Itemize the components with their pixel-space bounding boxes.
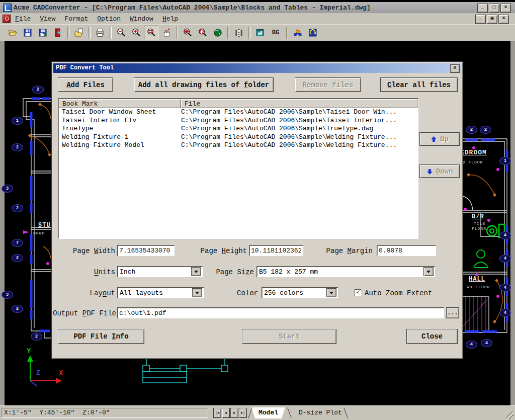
bookmark-cell: TrueType (59, 125, 181, 133)
maximize-button[interactable]: □ (489, 4, 499, 13)
tab-prev-icon[interactable]: ◄ (222, 408, 230, 418)
window-title: Acme CADConverter - [C:\Program Files\Au… (14, 4, 371, 12)
zoom-scale-icon[interactable] (195, 26, 210, 40)
tab-last-icon[interactable]: ►| (239, 408, 247, 418)
menu-item-help[interactable]: H̲elp (158, 14, 183, 24)
left-edge-strip (0, 41, 5, 405)
window-icon[interactable] (305, 26, 320, 40)
mdi-restore-button[interactable]: ▣ (487, 15, 497, 24)
save-as-icon[interactable] (35, 26, 50, 40)
zoom-extents-icon[interactable] (180, 26, 195, 40)
pdf-convert-dialog: PDF Convert Tool × A̲dd Files Add all dr… (51, 61, 463, 359)
menu-item-format[interactable]: Forma̲t (60, 14, 93, 24)
page-size-label: Page Siz̲e (214, 268, 254, 276)
file-row[interactable]: Taisei Door Window SheetC:\Program Files… (59, 108, 417, 117)
down-label: D̲own (436, 167, 453, 176)
file-row[interactable]: TrueTypeC:\Program Files\AutoCAD 2006\Sa… (59, 125, 417, 133)
color-select[interactable]: 256 colors (262, 287, 338, 298)
print-icon[interactable] (93, 26, 107, 40)
units-select[interactable]: Inch (117, 266, 203, 277)
bookmark-cell: Taisei Interior Elv (59, 117, 181, 125)
browse-button[interactable]: ... (446, 307, 459, 318)
output-pdf-input[interactable] (117, 307, 444, 318)
tab-first-icon[interactable]: |◄ (213, 408, 221, 418)
toolbar-separator (110, 27, 112, 39)
menu-item-option[interactable]: O̲ption (93, 14, 125, 24)
close-dialog-button[interactable]: Close (406, 329, 458, 344)
clear-all-files-button[interactable]: C̲lear all files (380, 77, 458, 92)
coordinate-readout: X:1'-5" Y:45'-10" Z:0'-0" (1, 408, 208, 418)
toolbar-separator (227, 27, 229, 39)
chevron-down-icon[interactable] (326, 288, 336, 297)
mdi-minimize-button[interactable]: _ (475, 15, 486, 24)
toolbar: BG (0, 24, 515, 41)
close-button[interactable]: × (500, 4, 511, 13)
zoom-window-icon[interactable] (144, 26, 158, 40)
move-down-button[interactable]: D̲own (419, 164, 460, 178)
mdi-close-button[interactable]: × (498, 15, 509, 24)
column-header-bookmark[interactable]: Book Mark (59, 99, 181, 108)
bookmark-cell: Welding Fixture Model (59, 141, 181, 150)
menu-item-window[interactable]: W̲indow (125, 14, 158, 24)
file-list-header: Book Mark File (59, 99, 417, 108)
toolbar-separator (176, 27, 178, 39)
file-row[interactable]: Taisei Interior ElvC:\Program Files\Auto… (59, 117, 417, 125)
chevron-down-icon[interactable] (191, 267, 201, 276)
page-height-input[interactable] (249, 245, 303, 256)
pdf-export-icon[interactable] (50, 26, 65, 40)
tab-next-icon[interactable]: ► (230, 408, 238, 418)
pan-icon[interactable] (159, 26, 174, 40)
bookmark-cell: Welding Fixture-1 (59, 133, 181, 142)
render-icon[interactable] (210, 26, 225, 40)
minimize-button[interactable]: _ (477, 4, 488, 13)
layout-label: Layo̲ut (73, 289, 115, 297)
toolbar-separator (67, 27, 69, 39)
color-label: Color (231, 289, 258, 297)
chevron-down-icon[interactable] (423, 267, 434, 276)
layout-select[interactable]: All layouts (117, 287, 204, 298)
add-folder-button[interactable]: Add all drawing files of f̲older (134, 77, 274, 92)
dialog-close-icon[interactable]: × (450, 64, 460, 73)
layers-icon[interactable] (231, 26, 246, 40)
page-width-input[interactable] (117, 245, 175, 256)
add-files-button[interactable]: A̲dd Files (58, 77, 113, 92)
open-icon[interactable] (5, 26, 20, 40)
bookmark-cell: Taisei Door Window Sheet (59, 108, 181, 117)
start-button[interactable]: S̲tart (242, 329, 336, 344)
title-bar: Acme CADConverter - [C:\Program Files\Au… (0, 2, 515, 13)
page-size-select[interactable]: B5 182 x 257 mm (256, 266, 435, 277)
preview-icon[interactable] (252, 26, 267, 40)
tab-edge (287, 407, 291, 418)
bg-toggle[interactable]: BG (268, 26, 284, 40)
document-icon (3, 15, 11, 23)
pdf-file-info-button[interactable]: PDF File I̲nfo (58, 329, 144, 344)
save-icon[interactable] (20, 26, 35, 40)
units-value: Inch (117, 268, 191, 276)
toolbar-separator (89, 27, 91, 39)
page-size-value: B5 182 x 257 mm (256, 268, 423, 276)
status-bar: X:1'-5" Y:45'-10" Z:0'-0" |◄ ◄ ► ►| Mode… (0, 405, 515, 420)
auto-zoom-checkbox[interactable]: ✓ (355, 289, 361, 296)
page-width-label: Page W̲idth (66, 247, 115, 255)
menu-item-file[interactable]: F̲ile (11, 14, 35, 24)
file-row[interactable]: Welding Fixture-1C:\Program Files\AutoCA… (59, 133, 417, 142)
zoom-out-icon[interactable] (114, 26, 128, 40)
dialog-title-bar[interactable]: PDF Convert Tool (53, 63, 461, 73)
file-row[interactable]: Welding Fixture ModelC:\Program Files\Au… (59, 141, 417, 150)
tab-d-size-plot[interactable]: D-size Plot (292, 407, 349, 418)
help-icon[interactable] (290, 26, 305, 40)
tab-model[interactable]: Model (251, 407, 285, 418)
output-pdf-label: Output P̲DF File (53, 309, 115, 317)
chevron-down-icon[interactable] (192, 288, 202, 297)
menu-bar: F̲ile V̲iew Forma̲t O̲ption W̲indow H̲el… (0, 13, 515, 25)
move-up-button[interactable]: U̲p (419, 132, 460, 146)
remove-files-button[interactable]: R̲emove files (295, 77, 361, 92)
zoom-in-icon[interactable] (129, 26, 143, 40)
app-window: Acme CADConverter - [C:\Program Files\Au… (0, 0, 515, 420)
column-header-file[interactable]: File (181, 99, 417, 108)
resize-grip[interactable] (506, 411, 514, 419)
file-cell: C:\Program Files\AutoCAD 2006\Sample\Tai… (181, 108, 417, 117)
page-margin-input[interactable] (377, 245, 436, 256)
batch-convert-icon[interactable] (71, 26, 86, 40)
menu-item-view[interactable]: V̲iew (35, 14, 60, 24)
